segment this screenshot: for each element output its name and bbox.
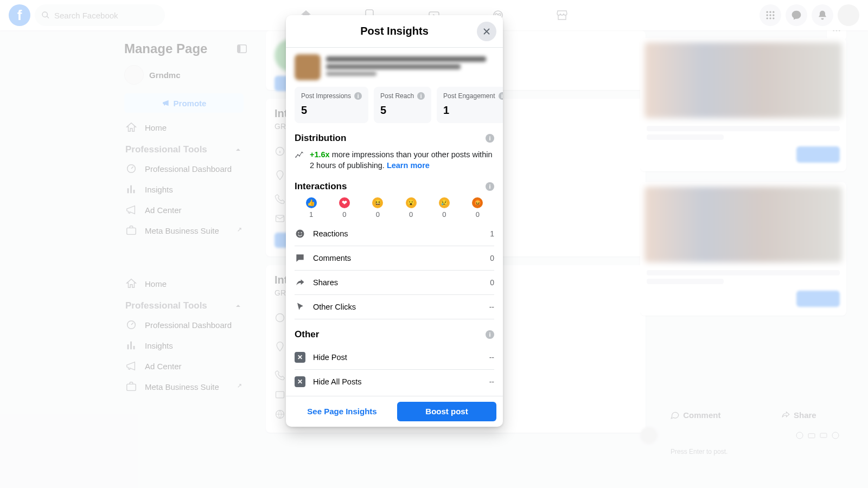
interaction-label: Shares xyxy=(313,278,338,287)
svg-point-34 xyxy=(301,152,302,153)
interaction-label: Other Clicks xyxy=(313,303,356,311)
metric-impressions[interactable]: Post Impressions i 5 xyxy=(295,87,368,123)
svg-point-35 xyxy=(296,229,304,237)
post-insights-modal: Post Insights Post Impressions i 5 xyxy=(286,15,503,427)
other-row-hidepost: ✕ Hide Post -- xyxy=(295,345,494,370)
post-preview xyxy=(295,54,494,80)
metric-engagement[interactable]: Post Engagement i 1 xyxy=(437,87,503,123)
metric-value: 1 xyxy=(443,104,503,117)
smile-icon xyxy=(295,228,305,239)
other-heading: Other xyxy=(295,329,319,340)
interaction-value: 0 xyxy=(490,278,494,287)
love-icon: ❤ xyxy=(339,197,350,208)
modal-title: Post Insights xyxy=(360,25,429,37)
metric-label: Post Impressions xyxy=(301,92,351,100)
share-icon xyxy=(295,277,305,288)
distribution-heading-row: Distribution i xyxy=(295,133,494,144)
interaction-row-reactions: Reactions 1 xyxy=(295,222,494,246)
svg-point-32 xyxy=(297,154,298,155)
info-icon[interactable]: i xyxy=(486,182,494,191)
svg-point-36 xyxy=(298,232,299,233)
metric-label: Post Reach xyxy=(380,92,414,100)
post-thumbnail xyxy=(295,54,321,80)
learn-more-link[interactable]: Learn more xyxy=(387,161,430,170)
info-icon[interactable]: i xyxy=(486,330,494,339)
metric-value: 5 xyxy=(380,104,425,117)
cursor-icon xyxy=(295,301,305,312)
interaction-label: Reactions xyxy=(313,229,348,238)
interaction-value: 1 xyxy=(490,229,494,238)
reaction-love: ❤0 xyxy=(339,197,350,219)
hide-icon: ✕ xyxy=(295,352,305,363)
interaction-row-otherclicks: Other Clicks -- xyxy=(295,295,494,319)
interactions-heading: Interactions xyxy=(295,181,347,192)
interaction-value: 0 xyxy=(490,254,494,262)
reaction-sad: 😢0 xyxy=(439,197,450,219)
angry-icon: 😡 xyxy=(472,197,483,208)
post-preview-text xyxy=(326,54,494,80)
wow-icon: 😮 xyxy=(406,197,417,208)
info-icon[interactable]: i xyxy=(486,134,494,143)
reaction-angry: 😡0 xyxy=(472,197,483,219)
interaction-value: -- xyxy=(489,303,494,311)
svg-point-31 xyxy=(295,157,296,158)
distribution-text: +1.6x more impressions than your other p… xyxy=(310,149,494,171)
distribution-row: +1.6x more impressions than your other p… xyxy=(295,149,494,171)
info-icon[interactable]: i xyxy=(417,92,425,100)
info-icon[interactable]: i xyxy=(354,92,362,100)
metric-reach[interactable]: Post Reach i 5 xyxy=(374,87,431,123)
modal-header: Post Insights xyxy=(286,15,503,48)
metric-value: 5 xyxy=(301,104,362,117)
other-label: Hide Post xyxy=(313,353,347,362)
interaction-row-comments: Comments 0 xyxy=(295,246,494,271)
other-heading-row: Other i xyxy=(295,329,494,340)
sad-icon: 😢 xyxy=(439,197,450,208)
modal-footer: See Page Insights Boost post xyxy=(286,396,503,427)
modal-body: Post Impressions i 5 Post Reach i 5 Post… xyxy=(286,48,503,396)
close-button[interactable] xyxy=(477,22,496,41)
metric-label: Post Engagement xyxy=(443,92,495,100)
svg-point-37 xyxy=(301,232,302,233)
distribution-heading: Distribution xyxy=(295,133,346,144)
interactions-heading-row: Interactions i xyxy=(295,181,494,192)
other-value: -- xyxy=(489,353,494,362)
other-label: Hide All Posts xyxy=(313,377,361,386)
haha-icon: 😆 xyxy=(372,197,383,208)
trend-icon xyxy=(295,150,304,160)
comment-icon xyxy=(295,253,305,264)
metrics-row: Post Impressions i 5 Post Reach i 5 Post… xyxy=(295,87,494,123)
close-icon xyxy=(482,27,492,36)
reaction-haha: 😆0 xyxy=(372,197,383,219)
boost-post-button[interactable]: Boost post xyxy=(397,402,496,421)
other-row-hideall: ✕ Hide All Posts -- xyxy=(295,370,494,394)
reactions-row: 👍1 ❤0 😆0 😮0 😢0 😡0 xyxy=(295,197,494,219)
hide-all-icon: ✕ xyxy=(295,376,305,387)
info-icon[interactable]: i xyxy=(499,92,503,100)
reaction-wow: 😮0 xyxy=(406,197,417,219)
reaction-like: 👍1 xyxy=(306,197,317,219)
interaction-row-shares: Shares 0 xyxy=(295,271,494,295)
svg-point-33 xyxy=(299,155,300,156)
interaction-label: Comments xyxy=(313,254,351,262)
see-page-insights-button[interactable]: See Page Insights xyxy=(292,402,392,421)
like-icon: 👍 xyxy=(306,197,317,208)
other-value: -- xyxy=(489,377,494,386)
